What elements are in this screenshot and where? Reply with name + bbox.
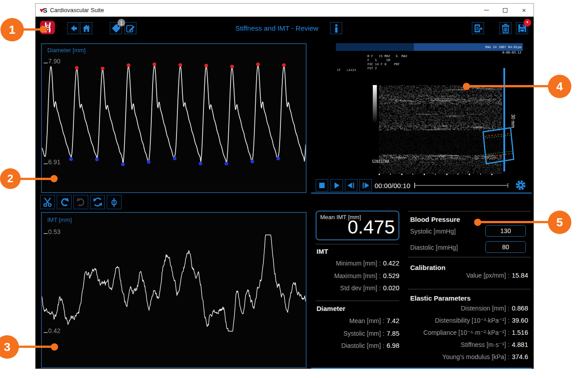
info-icon: [332, 24, 340, 33]
phase-button[interactable]: ϕ: [107, 195, 122, 209]
blood-pressure-heading: Blood Pressure: [410, 216, 460, 223]
back-button[interactable]: [67, 22, 79, 34]
diameter-section-heading: Diameter: [317, 305, 345, 312]
next-frame-button[interactable]: [359, 179, 372, 192]
arrow-left-icon: [68, 23, 78, 33]
diameter-chart-panel: Diameter [mm] 7.90 6.91: [41, 43, 307, 193]
edit-notes-button[interactable]: [124, 22, 136, 34]
diastolic-bp-input[interactable]: [485, 241, 526, 253]
imt-y-min: 0.42: [44, 327, 60, 334]
unsaved-changes-badge: *: [524, 19, 531, 27]
close-icon: ×: [522, 7, 526, 14]
playback-time: 00:00/00:10: [375, 182, 410, 189]
divider: [408, 211, 531, 212]
callout-1: 1: [0, 18, 24, 41]
maximize-icon: [503, 8, 507, 13]
stiffness-row: Stiffness [m·s⁻¹]:4.881: [408, 341, 528, 348]
diameter-y-min: 6.91: [44, 158, 60, 166]
systolic-bp-input[interactable]: [485, 225, 526, 237]
divider: [408, 257, 531, 257]
trash-icon: [501, 23, 510, 33]
mean-imt-box: Mean IMT [mm] 0.475: [316, 211, 399, 240]
seek-playhead[interactable]: [414, 183, 415, 188]
close-button[interactable]: ×: [515, 4, 534, 17]
video-settings-button[interactable]: [514, 179, 527, 191]
youngs-modulus-row: Young's modulus [kPa]:374.6: [408, 353, 528, 360]
tick-mark: [44, 63, 48, 63]
callout-2-line: [18, 178, 53, 180]
tick-mark: [44, 163, 48, 164]
step-forward-icon: [362, 182, 370, 189]
imt-chart-label: IMT [mm]: [47, 216, 72, 223]
callout-5-dot: [474, 219, 481, 226]
imt-waveform-canvas[interactable]: [42, 213, 306, 367]
callout-1-dot: [40, 26, 47, 33]
app-window: ♥S Cardiovascular Suite × 1: [35, 3, 534, 369]
diastolic-bp-label: Diastolic [mmHg]: [410, 244, 458, 251]
waveform-edit-toolbar: ϕ: [40, 195, 122, 209]
main-toolbar: 1 Stiffness and IMT - Review: [36, 17, 534, 42]
redo-button[interactable]: [73, 195, 88, 209]
callout-3-line: [16, 346, 53, 348]
stop-button[interactable]: [316, 179, 328, 192]
callout-4-dot: [463, 83, 470, 90]
ultrasound-video[interactable]: [336, 43, 523, 176]
tick-mark: [44, 332, 48, 333]
callout-3-dot: [51, 343, 58, 351]
callout-3: 3: [0, 335, 19, 359]
info-button[interactable]: [330, 22, 342, 34]
separator-line: [311, 193, 532, 194]
delete-button[interactable]: [499, 22, 511, 34]
imt-stddev-row: Std dev [mm]:0.020: [316, 284, 399, 292]
play-button[interactable]: [330, 179, 343, 192]
play-icon: [333, 182, 340, 189]
seek-bar-end: [507, 183, 508, 188]
diameter-y-max: 7.90: [44, 58, 60, 65]
minimize-button[interactable]: [477, 4, 496, 17]
imt-section-heading: IMT: [317, 248, 328, 255]
home-icon: [81, 23, 91, 33]
bottom-separator-line: [311, 368, 532, 369]
seek-bar[interactable]: [415, 185, 508, 186]
diameter-diastolic-row: Diastolic [mm]:6.98: [316, 342, 399, 349]
systolic-bp-label: Systolic [mmHg]: [410, 228, 456, 235]
callout-2: 2: [0, 168, 21, 189]
diameter-systolic-row: Systolic [mm]:7.85: [316, 330, 399, 337]
export-icon: [473, 23, 483, 33]
calibration-value-row: Value [px/mm]:15.84: [408, 272, 528, 279]
callout-2-dot: [50, 175, 58, 182]
tag-button[interactable]: 1: [110, 22, 122, 34]
save-button[interactable]: *: [516, 22, 528, 34]
previous-frame-button[interactable]: [345, 179, 357, 192]
divider: [408, 289, 531, 289]
callout-4-line: [469, 85, 550, 87]
scissors-icon: [42, 197, 53, 207]
divider: [316, 244, 399, 244]
imt-y-max: 0.53: [44, 228, 60, 235]
tag-count-badge: 1: [118, 19, 125, 27]
maximize-button[interactable]: [496, 4, 515, 17]
undo-icon: [59, 197, 70, 207]
diameter-mean-row: Mean [mm]:7.42: [316, 317, 399, 324]
recompute-button[interactable]: [90, 195, 105, 209]
distension-row: Distension [mm]:0.868: [408, 305, 528, 312]
gear-icon: [515, 180, 526, 191]
export-report-button[interactable]: [472, 22, 484, 34]
window-title: Cardiovascular Suite: [50, 7, 104, 14]
calibration-heading: Calibration: [410, 264, 445, 271]
imt-max-row: Maximum [mm]:0.529: [316, 272, 399, 279]
home-button[interactable]: [80, 22, 92, 34]
callout-5: 5: [548, 211, 571, 234]
cut-button[interactable]: [40, 195, 55, 209]
undo-button[interactable]: [57, 195, 72, 209]
tick-mark: [44, 233, 48, 234]
callout-4: 4: [548, 75, 571, 98]
distensibility-row: Distensibility [10⁻³·kPa⁻¹]:39.60: [408, 317, 528, 324]
titlebar: ♥S Cardiovascular Suite ×: [36, 4, 534, 17]
step-back-icon: [347, 182, 355, 189]
imt-chart-panel: IMT [mm] 0.53 0.42: [41, 212, 307, 368]
divider: [316, 301, 399, 301]
edit-icon: [126, 23, 136, 33]
diameter-waveform-canvas[interactable]: [42, 44, 306, 192]
page-title: Stiffness and IMT - Review: [225, 24, 329, 32]
